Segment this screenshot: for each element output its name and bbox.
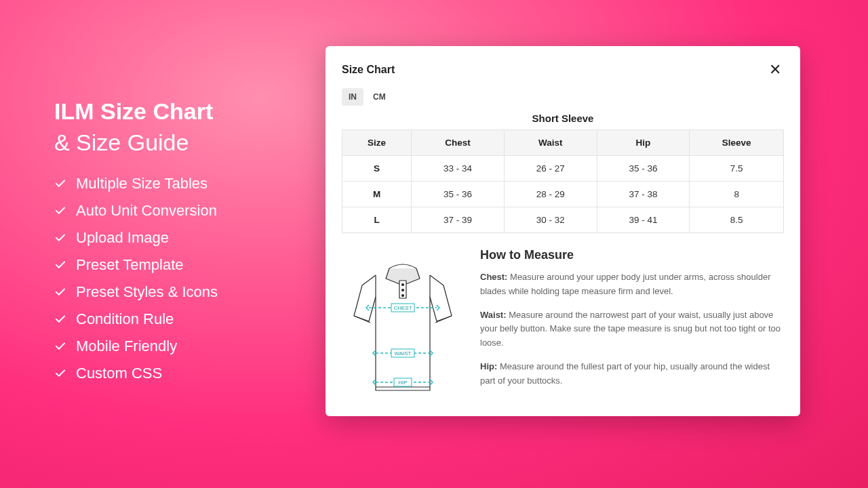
marketing-panel: ILM Size Chart & Size Guide Multiple Siz…: [0, 96, 298, 392]
feature-list: Multiple Size TablesAuto Unit Conversion…: [54, 175, 298, 382]
feature-label: Preset Template: [76, 256, 184, 274]
svg-point-2: [402, 289, 404, 291]
svg-point-3: [402, 295, 404, 297]
table-title: Short Sleeve: [342, 113, 784, 124]
feature-label: Auto Unit Conversion: [76, 202, 217, 220]
measure-heading: How to Measure: [480, 248, 784, 262]
feature-label: Preset Styles & Icons: [76, 283, 218, 301]
feature-item: Mobile Friendly: [54, 338, 298, 355]
check-icon: [54, 367, 66, 380]
table-row: L37 - 3930 - 3239 - 418.5: [342, 207, 784, 233]
modal-title: Size Chart: [342, 64, 395, 76]
table-cell: 8: [690, 182, 784, 207]
table-body: S33 - 3426 - 2735 - 367.5M35 - 3628 - 29…: [342, 156, 784, 233]
feature-label: Condition Rule: [76, 310, 174, 328]
table-cell: 37 - 39: [412, 207, 505, 233]
table-header-cell: Chest: [412, 130, 505, 156]
table-cell: 28 - 29: [504, 182, 597, 207]
close-button[interactable]: ✕: [766, 61, 784, 79]
table-cell: 7.5: [690, 156, 784, 182]
size-table: SizeChestWaistHipSleeve S33 - 3426 - 273…: [342, 129, 784, 233]
measure-hip: Hip: Measure around the fullest part of …: [480, 360, 784, 388]
svg-point-1: [402, 284, 404, 286]
table-header-cell: Size: [342, 130, 412, 156]
size-chart-modal: Size Chart ✕ IN CM Short Sleeve SizeChes…: [326, 46, 800, 416]
check-icon: [54, 340, 66, 352]
measure-section: CHEST WAIST HIP How to Measure Chest: Me…: [342, 248, 784, 400]
table-cell: 26 - 27: [504, 156, 597, 182]
table-cell: L: [342, 207, 412, 233]
modal-header: Size Chart ✕: [342, 61, 784, 79]
table-cell: 33 - 34: [412, 156, 505, 182]
table-cell: 8.5: [690, 207, 784, 233]
table-cell: 37 - 38: [597, 182, 690, 207]
check-icon: [54, 205, 66, 217]
feature-item: Auto Unit Conversion: [54, 202, 298, 220]
measure-waist: Waist: Measure around the narrowest part…: [480, 308, 784, 350]
feature-item: Condition Rule: [54, 310, 298, 328]
product-title: ILM Size Chart & Size Guide: [54, 96, 298, 159]
shirt-label-chest: CHEST: [393, 305, 412, 311]
check-icon: [54, 259, 66, 271]
feature-item: Preset Template: [54, 256, 298, 274]
table-cell: 35 - 36: [597, 156, 690, 182]
measure-text: How to Measure Chest: Measure around you…: [480, 248, 784, 400]
feature-label: Custom CSS: [76, 365, 162, 382]
measure-chest: Chest: Measure around your upper body ju…: [480, 270, 784, 299]
feature-item: Multiple Size Tables: [54, 175, 298, 192]
table-row: S33 - 3426 - 2735 - 367.5: [342, 156, 784, 182]
unit-tab-cm[interactable]: CM: [366, 88, 393, 106]
feature-label: Multiple Size Tables: [76, 175, 208, 192]
table-header-row: SizeChestWaistHipSleeve: [342, 130, 784, 156]
feature-item: Preset Styles & Icons: [54, 283, 298, 301]
check-icon: [54, 286, 66, 298]
table-cell: 35 - 36: [412, 182, 505, 207]
feature-label: Mobile Friendly: [76, 338, 177, 355]
check-icon: [54, 178, 66, 190]
check-icon: [54, 232, 66, 244]
table-cell: M: [342, 182, 412, 207]
close-icon: ✕: [769, 61, 781, 78]
feature-label: Upload Image: [76, 229, 169, 247]
table-cell: S: [342, 156, 412, 182]
table-header-cell: Hip: [597, 130, 690, 156]
shirt-diagram: CHEST WAIST HIP: [342, 248, 464, 400]
shirt-label-waist: WAIST: [394, 350, 411, 357]
feature-item: Upload Image: [54, 229, 298, 247]
check-icon: [54, 313, 66, 325]
unit-tabs: IN CM: [342, 88, 784, 106]
table-header-cell: Sleeve: [690, 130, 784, 156]
table-header-cell: Waist: [504, 130, 597, 156]
title-line-1: ILM Size Chart: [54, 98, 213, 124]
table-row: M35 - 3628 - 2937 - 388: [342, 182, 784, 207]
table-cell: 39 - 41: [597, 207, 690, 233]
feature-item: Custom CSS: [54, 365, 298, 382]
unit-tab-in[interactable]: IN: [342, 88, 363, 106]
title-line-2: & Size Guide: [54, 127, 298, 159]
table-cell: 30 - 32: [504, 207, 597, 233]
shirt-label-hip: HIP: [398, 380, 407, 386]
